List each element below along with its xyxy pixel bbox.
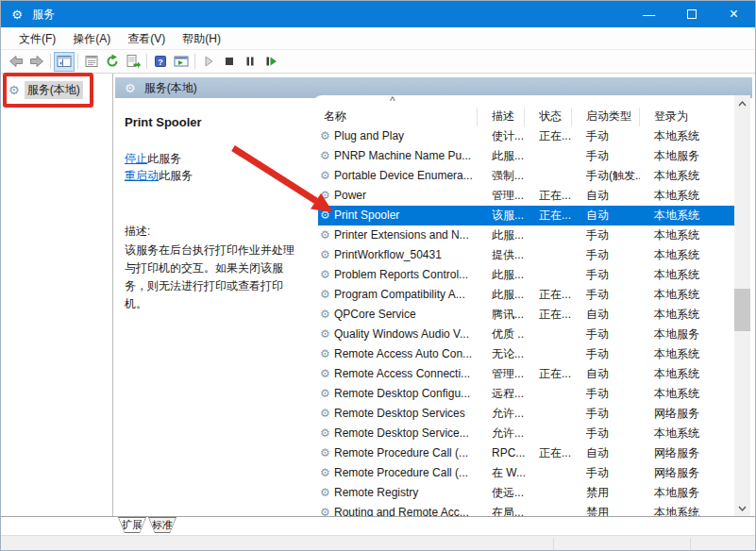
service-description: 远程... bbox=[478, 384, 525, 404]
table-row[interactable]: ⚙Printer Extensions and N... 此服... 手动 本地… bbox=[318, 225, 734, 245]
vertical-scrollbar[interactable] bbox=[734, 95, 750, 516]
table-row[interactable]: ⚙Portable Device Enumera... 强制... 手动(触发.… bbox=[318, 166, 734, 186]
service-logon-as: 本地系统 bbox=[640, 424, 734, 443]
scroll-up-button[interactable] bbox=[734, 95, 750, 111]
service-status: 正在... bbox=[525, 126, 572, 146]
service-description: 腾讯... bbox=[478, 305, 525, 325]
toolbar-export-list-button[interactable] bbox=[123, 52, 143, 72]
service-gear-icon: ⚙ bbox=[320, 483, 334, 503]
table-row[interactable]: ⚙Remote Access Auto Con... 无论... 手动 本地系统 bbox=[318, 344, 734, 364]
toolbar-refresh-button[interactable] bbox=[102, 52, 123, 72]
scroll-down-button[interactable] bbox=[734, 500, 750, 516]
column-header-name[interactable]: 名称 bbox=[312, 108, 478, 126]
table-row[interactable]: ⚙Remote Desktop Configu... 远程... 手动 本地系统 bbox=[318, 384, 734, 404]
start-service-icon bbox=[201, 54, 216, 69]
forward-icon bbox=[29, 54, 44, 69]
column-header-startup-type[interactable]: 启动类型 bbox=[572, 108, 640, 126]
service-logon-as: 网络服务 bbox=[640, 463, 734, 483]
table-row[interactable]: ⚙Remote Access Connecti... 管理... 正在... 自… bbox=[318, 364, 734, 384]
service-gear-icon: ⚙ bbox=[320, 325, 334, 344]
toolbar-help-button[interactable]: ? bbox=[150, 52, 171, 72]
sort-ascending-icon: ^ bbox=[390, 95, 395, 108]
table-row[interactable]: ⚙Remote Registry 使远... 禁用 本地服务 bbox=[318, 483, 734, 503]
toolbar-show-extended-view-button[interactable] bbox=[171, 52, 192, 72]
toolbar-back-button[interactable] bbox=[6, 52, 26, 72]
service-name: PrintWorkflow_50431 bbox=[334, 245, 442, 265]
table-row[interactable]: ⚙Remote Desktop Service... 允许... 手动 本地系统 bbox=[318, 424, 734, 443]
pane-header-title: 服务(本地) bbox=[144, 80, 197, 96]
toolbar-start-service-button[interactable] bbox=[198, 52, 219, 72]
service-status bbox=[525, 166, 572, 186]
toolbar-properties-button[interactable] bbox=[81, 52, 102, 72]
service-logon-as: 本地系统 bbox=[640, 265, 734, 285]
column-header-description[interactable]: 描述 bbox=[478, 108, 525, 126]
toolbar-stop-service-button[interactable] bbox=[219, 52, 240, 72]
service-name: Portable Device Enumera... bbox=[334, 166, 473, 186]
service-description: 强制... bbox=[478, 166, 525, 186]
maximize-button[interactable] bbox=[670, 1, 713, 27]
service-description: 优质 ... bbox=[478, 325, 525, 344]
service-startup-type: 手动 bbox=[572, 404, 640, 424]
service-name: Remote Desktop Configu... bbox=[334, 384, 470, 404]
table-row[interactable]: ⚙PrintWorkflow_50431 提供... 手动 本地系统 bbox=[318, 245, 734, 265]
menu-help[interactable]: 帮助(H) bbox=[174, 27, 229, 50]
toolbar-forward-button[interactable] bbox=[26, 52, 47, 72]
tab-standard[interactable]: 标准 bbox=[148, 517, 176, 533]
service-description: 管理... bbox=[478, 186, 525, 206]
service-description: 无论... bbox=[478, 344, 525, 364]
toolbar-pause-service-button[interactable] bbox=[240, 52, 260, 72]
table-row[interactable]: ⚙Quality Windows Audio V... 优质 ... 手动 本地… bbox=[318, 325, 734, 344]
window-title: 服务 bbox=[32, 7, 55, 23]
service-description: 使计... bbox=[478, 126, 525, 146]
service-startup-type: 自动 bbox=[572, 443, 640, 463]
table-header: ^ 名称 描述 状态 启动类型 登录为 bbox=[312, 95, 734, 126]
column-header-logon-as[interactable]: 登录为 bbox=[640, 108, 734, 126]
service-description: 管理... bbox=[478, 364, 525, 384]
menu-view[interactable]: 查看(V) bbox=[119, 27, 174, 50]
toolbar-restart-service-button[interactable] bbox=[260, 52, 281, 72]
table-row[interactable]: ⚙Remote Desktop Services 允许... 手动 网络服务 bbox=[318, 404, 734, 424]
menu-file[interactable]: 文件(F) bbox=[10, 27, 64, 50]
tab-extended-label: 扩展 bbox=[119, 518, 145, 532]
table-row[interactable]: ⚙Remote Procedure Call (... RPC... 正在...… bbox=[318, 443, 734, 463]
tab-extended[interactable]: 扩展 bbox=[118, 517, 146, 533]
service-name: Remote Registry bbox=[334, 483, 418, 503]
service-startup-type: 手动 bbox=[572, 344, 640, 364]
service-gear-icon: ⚙ bbox=[320, 503, 334, 516]
results-pane: ⚙ 服务(本地) Print Spooler 停止此服务 重启动此服务 描述: … bbox=[113, 74, 755, 516]
maximize-icon bbox=[687, 9, 697, 19]
column-header-status[interactable]: 状态 bbox=[525, 108, 572, 126]
stop-service-link[interactable]: 停止 bbox=[125, 152, 147, 165]
show-extended-view-icon bbox=[174, 54, 189, 69]
table-row[interactable]: ⚙Print Spooler 该服... 正在... 自动 本地系统 bbox=[318, 206, 734, 225]
scrollbar-thumb[interactable] bbox=[734, 289, 750, 331]
service-logon-as: 本地系统 bbox=[640, 305, 734, 325]
view-tabs: 扩展 标准 bbox=[1, 516, 755, 532]
close-icon: × bbox=[730, 7, 738, 22]
close-button[interactable]: × bbox=[713, 1, 755, 27]
service-gear-icon: ⚙ bbox=[320, 146, 334, 166]
service-gear-icon: ⚙ bbox=[320, 384, 334, 404]
service-gear-icon: ⚙ bbox=[320, 186, 334, 206]
menu-action[interactable]: 操作(A) bbox=[64, 27, 119, 50]
table-row[interactable]: ⚙Problem Reports Control... 此服... 手动 本地系… bbox=[318, 265, 734, 285]
table-row[interactable]: ⚙Program Compatibility A... 此服... 正在... … bbox=[318, 285, 734, 305]
service-logon-as: 本地服务 bbox=[640, 146, 734, 166]
minimize-button[interactable]: — bbox=[628, 1, 670, 27]
table-row[interactable]: ⚙PNRP Machine Name Pu... 此服... 手动 本地服务 bbox=[318, 146, 734, 166]
table-row[interactable]: ⚙QPCore Service 腾讯... 正在... 自动 本地系统 bbox=[318, 305, 734, 325]
chevron-up-icon bbox=[738, 101, 747, 107]
main-area: ⚙ 服务(本地) ⚙ 服务(本地) Print Spooler 停止此服务 重启… bbox=[1, 74, 755, 516]
table-row[interactable]: ⚙Routing and Remote Acc... 在局... 禁用 本地系统 bbox=[318, 503, 734, 516]
restart-service-link[interactable]: 重启动 bbox=[125, 169, 159, 182]
table-row[interactable]: ⚙Remote Procedure Call (... 在 W... 手动 网络… bbox=[318, 463, 734, 483]
table-row[interactable]: ⚙Plug and Play 使计... 正在... 手动 本地系统 bbox=[318, 126, 734, 146]
table-row[interactable]: ⚙Power 管理... 正在... 自动 本地系统 bbox=[318, 186, 734, 206]
stop-service-icon bbox=[222, 54, 237, 69]
service-logon-as: 本地服务 bbox=[640, 483, 734, 503]
service-description: 该服... bbox=[478, 206, 525, 225]
tree-item-services-local[interactable]: ⚙ 服务(本地) bbox=[1, 79, 112, 101]
service-status: 正在... bbox=[525, 364, 572, 384]
toolbar-show-console-tree-button[interactable] bbox=[54, 52, 75, 72]
service-startup-type: 手动 bbox=[572, 265, 640, 285]
